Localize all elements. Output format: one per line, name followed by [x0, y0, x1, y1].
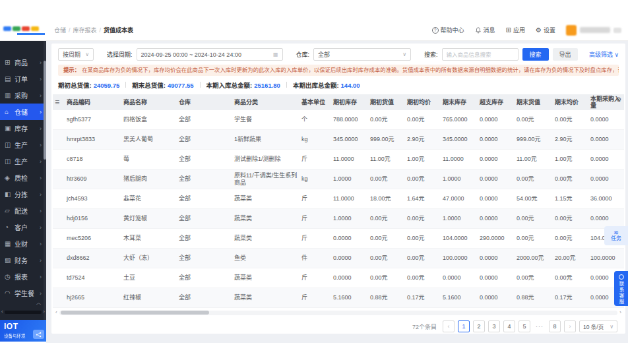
sidebar-item-production-2[interactable]: ◫生产›: [0, 153, 46, 169]
stat-value: 49077.55: [168, 82, 194, 89]
table-cell: 104.0000: [441, 229, 478, 249]
breadcrumb-item[interactable]: 库存报表: [73, 26, 97, 34]
page-size-select[interactable]: 10 条/页 ∨: [579, 320, 617, 332]
user-menu[interactable]: [566, 25, 621, 36]
table-cell: sgfh5377: [65, 110, 121, 130]
column-header[interactable]: 期初货值: [368, 94, 405, 110]
column-header[interactable]: 仓库: [177, 94, 232, 110]
chevron-down-icon: ∨: [614, 51, 619, 58]
table-row[interactable]: hdj0156黄灯笼椒全部蔬菜类斤1.00000.00元0.00元1.00000…: [53, 209, 624, 229]
table-row[interactable]: jch4593韭菜花全部蔬菜类斤11.000018.00元1.64元47.000…: [53, 189, 624, 209]
row-spacer-cell: [53, 189, 65, 209]
table-hscrollbar[interactable]: ‹ ›: [55, 310, 621, 315]
contact-support-button[interactable]: 联系客服: [614, 271, 628, 306]
date-range-input[interactable]: 2024-09-25 00:00 ~ 2024-10-24 24:00 ▦: [137, 48, 283, 61]
export-button[interactable]: 导出: [553, 48, 578, 61]
search-input[interactable]: [442, 48, 518, 61]
settings-button[interactable]: ⚙ 设置: [536, 26, 555, 34]
page-button-4[interactable]: 4: [503, 320, 515, 332]
search-button[interactable]: 搜索: [522, 48, 549, 61]
next-page-button[interactable]: ›: [564, 320, 576, 332]
scroll-left-icon[interactable]: ‹: [55, 310, 57, 315]
advanced-filter-toggle[interactable]: 高级筛选 ∨: [589, 50, 619, 59]
column-settings-icon[interactable]: ⚙: [616, 97, 621, 103]
scroll-right-icon[interactable]: ›: [43, 309, 45, 315]
user-name-redacted: [580, 27, 610, 33]
table-cell: 个: [299, 110, 331, 130]
table-row[interactable]: sgfh5377四格饭盒全部学生餐个788.00000.00元0.00元765.…: [53, 110, 624, 130]
sidebar-item-orders[interactable]: ▤订单›: [0, 71, 46, 87]
sidebar-item-sorting[interactable]: ◧分拣›: [0, 186, 46, 202]
table-row[interactable]: hmrpt3833黑美人葡萄全部1新鲜蔬果kg345.0000999.00元2.…: [53, 130, 624, 150]
column-header[interactable]: 商品分类: [232, 94, 299, 110]
column-header[interactable]: 期末货值: [515, 94, 553, 110]
cost-table: ☰商品编码商品名称仓库商品分类基本单位期初库存期初货值期初均价期末库存超支库存期…: [53, 94, 624, 309]
page-button-1[interactable]: 1: [458, 320, 470, 332]
table-cell: 0.00元: [515, 110, 553, 130]
column-header[interactable]: 商品名称: [121, 94, 177, 110]
table-cell: 47.0000: [441, 189, 478, 209]
row-spacer-cell: [53, 229, 65, 249]
column-header[interactable]: 基本单位: [299, 94, 331, 110]
sidebar-hscrollbar[interactable]: ‹ ›: [0, 309, 46, 315]
sidebar-item-products[interactable]: ⊞商品›: [0, 54, 46, 71]
sidebar-collapse-icon[interactable]: ︿: [36, 299, 41, 305]
scrollbar-thumb[interactable]: [5, 311, 42, 314]
table-filter-header[interactable]: ☰: [53, 94, 65, 110]
page-button-5[interactable]: 5: [518, 320, 530, 332]
page-button-2[interactable]: 2: [473, 320, 485, 332]
table-row[interactable]: c8718莓全部测试删除1/测删除斤11.000011.00元1.00元11.0…: [53, 150, 624, 169]
scrollbar-track[interactable]: [59, 311, 618, 315]
scroll-right-icon[interactable]: ›: [619, 310, 621, 315]
table-row[interactable]: htr3609猪后腿肉全部原料11/干调类/生生系列商品kg1.00000.00…: [53, 169, 624, 189]
column-header[interactable]: 期末库存: [441, 94, 478, 110]
row-spacer-cell: [53, 169, 65, 189]
warehouse-icon: ⌂: [5, 109, 15, 115]
column-header[interactable]: 期初均价: [405, 94, 441, 110]
stat-value: 24059.75: [94, 82, 120, 89]
sidebar-item-quality[interactable]: ◈质检›: [0, 169, 46, 186]
sidebar-item-biz-finance[interactable]: ▦业财›: [0, 235, 46, 252]
stat-value: 25161.80: [254, 82, 280, 89]
table-cell: 0.00元: [515, 229, 553, 249]
table-row[interactable]: dxd8662大虾（冻）全部鱼类件0.00000.00元0.00元100.000…: [53, 249, 624, 268]
breadcrumb-item[interactable]: 仓储: [54, 26, 66, 34]
sidebar-item-customers[interactable]: ◔客户›: [0, 219, 46, 235]
scrollbar-thumb[interactable]: [61, 311, 209, 315]
column-header[interactable]: 期末均价: [553, 94, 588, 110]
chevron-right-icon: ›: [40, 257, 42, 264]
column-header[interactable]: 商品编码: [65, 94, 121, 110]
prev-page-button[interactable]: ‹: [443, 320, 455, 332]
page-button-8[interactable]: 8: [549, 320, 561, 332]
sidebar-item-purchase[interactable]: ▥采购›: [0, 87, 46, 104]
column-header[interactable]: 超支库存: [478, 94, 515, 110]
sidebar-item-warehouse[interactable]: ⌂仓储›: [0, 104, 46, 120]
stat-divider: [125, 82, 126, 88]
apps-button[interactable]: ⊞ 应用: [506, 26, 525, 34]
table-cell: 黄灯笼椒: [121, 209, 177, 229]
help-center-button[interactable]: ? 帮助中心: [432, 26, 464, 34]
sidebar-item-production-1[interactable]: ◫生产›: [0, 136, 46, 153]
period-mode-select[interactable]: 按周期 ∨: [58, 48, 94, 61]
iot-banner[interactable]: IOT 设备与环境: [0, 320, 46, 342]
sidebar-item-delivery[interactable]: ▱配送›: [0, 202, 46, 219]
sidebar-item-label: 业财: [15, 239, 28, 249]
tasks-floating-button[interactable]: ≋ 任务: [604, 226, 628, 245]
column-header[interactable]: 期初库存: [331, 94, 368, 110]
table-cell: 0.00元: [405, 110, 441, 130]
warehouse-select[interactable]: 全部 ∨: [313, 48, 411, 61]
reports-icon: ◷: [5, 274, 15, 280]
table-row[interactable]: td7524土豆全部蔬菜类斤0.00000.00元0.00元0.00000.00…: [53, 268, 624, 288]
table-row[interactable]: mec5206木耳菜全部蔬菜类斤0.00000.00元0.00元104.0000…: [53, 229, 624, 249]
table-cell: 件: [299, 249, 331, 268]
table-cell: 5.1600: [441, 288, 478, 308]
chevron-right-icon: ›: [40, 59, 42, 66]
messages-button[interactable]: 消息: [475, 26, 495, 34]
sidebar-scrollbar[interactable]: [44, 41, 46, 320]
sidebar-item-finance[interactable]: ▧财务›: [0, 252, 46, 268]
sidebar-item-inventory[interactable]: ▣库存›: [0, 120, 46, 136]
scroll-left-icon[interactable]: ‹: [1, 309, 3, 315]
page-button-3[interactable]: 3: [488, 320, 500, 332]
table-row[interactable]: hj2665红辣椒全部蔬菜类斤5.16000.88元0.17元5.16000.0…: [53, 288, 624, 308]
sidebar-item-reports[interactable]: ◷报表›: [0, 268, 46, 285]
